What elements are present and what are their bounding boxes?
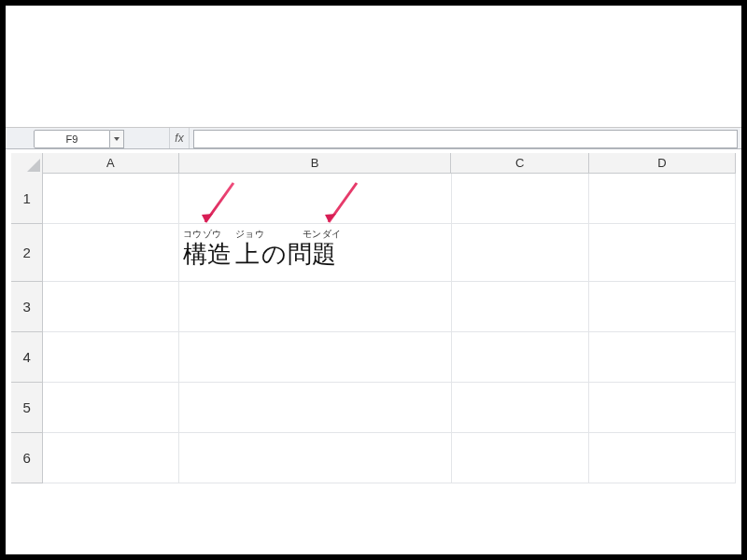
select-all-box[interactable] (11, 153, 43, 175)
row-header[interactable]: 5 (11, 383, 43, 433)
column-header[interactable]: A (43, 153, 178, 174)
fx-button[interactable]: fx (169, 128, 190, 148)
ruby-reading: モンダイ (303, 228, 355, 241)
cell-d4[interactable] (589, 332, 736, 383)
cell-a4[interactable] (43, 332, 178, 383)
ruby-base: 上 (235, 241, 261, 268)
column-header-row: A B C D (11, 153, 736, 174)
cell-b5[interactable] (179, 383, 452, 433)
cell-a6[interactable] (43, 433, 178, 483)
ruby-base: の (261, 241, 288, 268)
cell-c4[interactable] (452, 332, 589, 383)
formula-input[interactable] (193, 130, 738, 148)
cell-d3[interactable] (589, 282, 736, 332)
cell-b6[interactable] (179, 433, 452, 483)
cell-b2[interactable]: コウゾウ ジョウ モンダイ 構造上の問題 (179, 224, 452, 282)
ruby-base: 問題 (288, 241, 340, 268)
cell-c3[interactable] (452, 282, 589, 332)
cell-b1[interactable] (179, 174, 452, 224)
cell-c2[interactable] (452, 224, 589, 282)
row-header[interactable]: 1 (11, 174, 43, 224)
column-header[interactable]: B (179, 153, 452, 174)
column-header[interactable]: D (589, 153, 736, 174)
cell-d1[interactable] (589, 174, 736, 224)
formula-bar-row: F9 fx (6, 128, 741, 149)
cell-a5[interactable] (43, 383, 178, 433)
cell-d6[interactable] (589, 433, 736, 483)
cell-a2[interactable] (43, 224, 178, 282)
cell-a1[interactable] (43, 174, 178, 224)
ruby-reading: コウゾウ (183, 228, 235, 241)
ruby-text: コウゾウ ジョウ モンダイ 構造上の問題 (179, 224, 451, 268)
cell-c5[interactable] (452, 383, 589, 433)
cell-b4[interactable] (179, 332, 452, 383)
cell-d2[interactable] (589, 224, 736, 282)
cell-c1[interactable] (452, 174, 589, 224)
name-box-dropdown[interactable] (110, 130, 124, 148)
name-box[interactable]: F9 (34, 130, 110, 148)
cell-a3[interactable] (43, 282, 178, 332)
cell-c6[interactable] (452, 433, 589, 483)
ruby-base: 構造 (183, 241, 235, 268)
column-header[interactable]: C (451, 153, 588, 174)
row-header[interactable]: 6 (11, 433, 43, 483)
row-header[interactable]: 3 (11, 282, 43, 332)
cell-d5[interactable] (589, 383, 736, 433)
ruby-reading: ジョウ (235, 228, 275, 241)
row-header[interactable]: 2 (11, 224, 43, 282)
cell-b3[interactable] (179, 282, 452, 332)
row-header[interactable]: 4 (11, 332, 43, 383)
chevron-down-icon (113, 135, 120, 143)
ruby-reading (275, 228, 303, 241)
